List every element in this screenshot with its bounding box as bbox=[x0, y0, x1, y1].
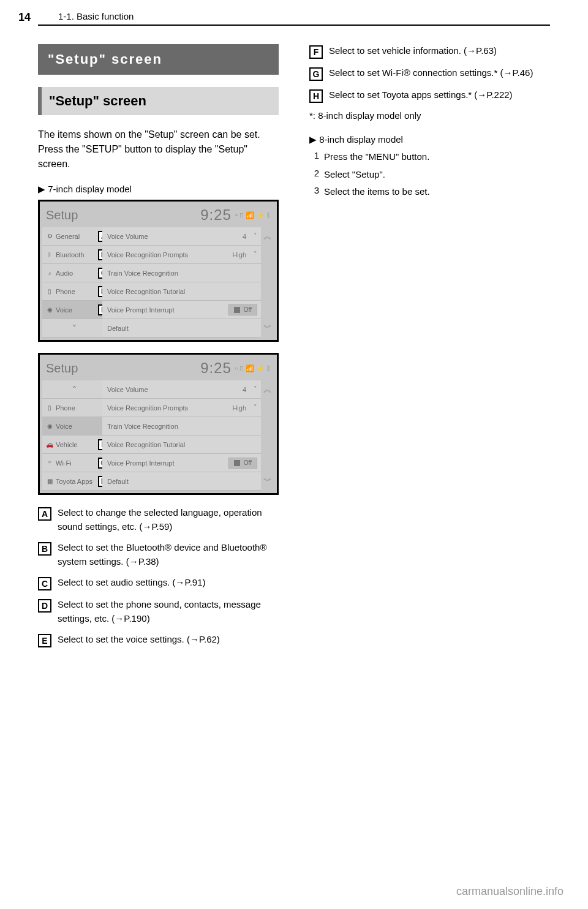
chevron-down-icon: ˅ bbox=[254, 251, 257, 258]
row-voice-prompts[interactable]: Voice Recognition PromptsHigh˅ bbox=[102, 399, 261, 417]
scroll-down-icon[interactable]: ︾ bbox=[263, 476, 272, 487]
step-3: 3Select the items to be set. bbox=[309, 185, 550, 199]
sidebar-item-bluetooth[interactable]: ᛒ Bluetooth B bbox=[42, 246, 102, 264]
wifi-icon: ⌔ bbox=[46, 459, 53, 466]
marker-box: C bbox=[38, 577, 51, 590]
sidebar-label: Voice bbox=[56, 306, 72, 314]
sidebar-label: Phone bbox=[56, 288, 75, 295]
top-rule bbox=[38, 25, 550, 26]
gear-icon: ⚙ bbox=[46, 233, 53, 240]
intro-text: The items shown on the "Setup" screen ca… bbox=[38, 127, 279, 172]
shot2-title: Setup bbox=[46, 361, 78, 375]
screenshot-1: Setup 9:25 ▫ ⎍ 📶 ⚡ ᛒ ⚙ General A bbox=[38, 200, 279, 342]
desc-text: Select to set the phone sound, contacts,… bbox=[58, 598, 279, 625]
sidebar-item-vehicle[interactable]: 🚗 Vehicle F bbox=[42, 436, 102, 454]
desc-text: Select to change the selected language, … bbox=[58, 506, 279, 534]
status-icons: ▫ ⎍ 📶 ⚡ ᛒ bbox=[235, 364, 271, 372]
scroll-up-icon[interactable]: ︽ bbox=[263, 384, 272, 395]
chevron-down-icon: ˅ bbox=[254, 385, 257, 393]
desc-text: Select to set the voice settings. (→P.62… bbox=[58, 633, 220, 647]
desc-G: GSelect to set Wi-Fi® connection setting… bbox=[309, 66, 550, 81]
row-voice-volume[interactable]: Voice Volume4˅ bbox=[102, 227, 261, 246]
status-icons: ▫ ⎍ 📶 ⚡ ᛒ bbox=[235, 211, 271, 219]
marker-box: E bbox=[38, 634, 51, 647]
voice-icon: ◉ bbox=[46, 306, 53, 313]
shot2-time: 9:25 bbox=[200, 360, 232, 377]
marker-box: G bbox=[309, 67, 323, 81]
sidebar-item-general[interactable]: ⚙ General A bbox=[42, 227, 102, 246]
sidebar-item-wifi[interactable]: ⌔ Wi-Fi G bbox=[42, 454, 102, 472]
sidebar-list: ˄ ▯ Phone ◉ Voice 🚗 Vehicle bbox=[42, 380, 102, 491]
chevron-down-icon: ˅ bbox=[72, 323, 77, 333]
desc-text: Select to set Toyota apps settings.* (→P… bbox=[329, 88, 513, 103]
row-default[interactable]: Default bbox=[102, 472, 261, 491]
sidebar-scroll-up[interactable]: ˄ bbox=[42, 380, 102, 399]
desc-D: DSelect to set the phone sound, contacts… bbox=[38, 598, 279, 625]
step-text: Select "Setup". bbox=[324, 168, 385, 182]
row-voice-tutorial[interactable]: Voice Recognition Tutorial bbox=[102, 282, 261, 301]
desc-B: BSelect to set the Bluetooth® device and… bbox=[38, 541, 279, 568]
scroll-up-icon[interactable]: ︽ bbox=[263, 231, 272, 242]
phone-icon: ▯ bbox=[46, 288, 53, 295]
step-text: Select the items to be set. bbox=[324, 185, 430, 199]
step-number: 2 bbox=[309, 168, 324, 182]
desc-C: CSelect to set audio settings. (→P.91) bbox=[38, 576, 279, 590]
marker-box: A bbox=[38, 507, 51, 521]
row-voice-volume[interactable]: Voice Volume4˅ bbox=[102, 380, 261, 399]
screenshot-2: Setup 9:25 ▫ ⎍ 📶 ⚡ ᛒ ˄ ▯ Phone bbox=[38, 353, 279, 495]
main-heading: "Setup" screen bbox=[38, 44, 279, 75]
desc-text: Select to set audio settings. (→P.91) bbox=[58, 576, 206, 590]
marker-box: D bbox=[38, 599, 51, 613]
step-2: 2Select "Setup". bbox=[309, 168, 550, 182]
sidebar-list: ⚙ General A ᛒ Bluetooth B ♪ Audio C bbox=[42, 227, 102, 338]
phone-icon: ▯ bbox=[46, 404, 53, 411]
marker-box: B bbox=[38, 542, 51, 556]
shot1-title: Setup bbox=[46, 208, 78, 222]
settings-list: Voice Volume4˅ Voice Recognition Prompts… bbox=[102, 227, 261, 338]
row-voice-prompts[interactable]: Voice Recognition PromptsHigh˅ bbox=[102, 246, 261, 264]
desc-H: HSelect to set Toyota apps settings.* (→… bbox=[309, 88, 550, 103]
row-train-voice[interactable]: Train Voice Recognition bbox=[102, 264, 261, 282]
sidebar-item-audio[interactable]: ♪ Audio C bbox=[42, 264, 102, 282]
sidebar-scroll-down[interactable]: ˅ bbox=[42, 319, 102, 338]
sidebar-item-toyota-apps[interactable]: ▦ Toyota Apps H bbox=[42, 472, 102, 491]
desc-E: ESelect to set the voice settings. (→P.6… bbox=[38, 633, 279, 647]
step-1: 1Press the "MENU" button. bbox=[309, 150, 550, 164]
caption-7inch: ▶ 7-inch display model bbox=[38, 184, 279, 195]
row-prompt-interrupt[interactable]: Voice Prompt InterruptOff bbox=[102, 454, 261, 472]
watermark: carmanualsonline.info bbox=[456, 885, 564, 898]
sidebar-item-phone[interactable]: ▯ Phone D bbox=[42, 282, 102, 301]
footnote: *: 8-inch display model only bbox=[309, 110, 550, 121]
apps-icon: ▦ bbox=[46, 478, 53, 485]
step-number: 3 bbox=[309, 185, 324, 199]
sidebar-item-voice[interactable]: ◉ Voice bbox=[42, 417, 102, 436]
row-train-voice[interactable]: Train Voice Recognition bbox=[102, 417, 261, 436]
caption-8inch: ▶ 8-inch display model bbox=[309, 134, 550, 145]
sidebar-item-voice[interactable]: ◉ Voice E bbox=[42, 301, 102, 319]
bluetooth-icon: ᛒ bbox=[46, 251, 53, 258]
chevron-down-icon: ˅ bbox=[254, 404, 257, 412]
row-default[interactable]: Default bbox=[102, 319, 261, 338]
page-number: 14 bbox=[18, 11, 31, 24]
page-header: 1-1. Basic function bbox=[58, 11, 134, 21]
marker-box: H bbox=[309, 89, 323, 103]
settings-list: Voice Volume4˅ Voice Recognition Prompts… bbox=[102, 380, 261, 491]
shot1-time: 9:25 bbox=[200, 206, 232, 224]
marker-box: F bbox=[309, 45, 323, 59]
sidebar-label: Toyota Apps bbox=[56, 478, 92, 485]
sidebar-label: Audio bbox=[56, 270, 73, 277]
music-note-icon: ♪ bbox=[46, 270, 53, 276]
desc-F: FSelect to set vehicle information. (→P.… bbox=[309, 44, 550, 59]
sidebar-label: General bbox=[56, 233, 80, 240]
row-prompt-interrupt[interactable]: Voice Prompt InterruptOff bbox=[102, 301, 261, 319]
desc-A: ASelect to change the selected language,… bbox=[38, 506, 279, 534]
sub-heading: "Setup" screen bbox=[38, 87, 279, 115]
scroll-down-icon[interactable]: ︾ bbox=[263, 323, 272, 334]
sidebar-label: Wi-Fi bbox=[56, 459, 72, 467]
toggle-off[interactable]: Off bbox=[228, 304, 257, 315]
desc-text: Select to set the Bluetooth® device and … bbox=[58, 541, 279, 568]
row-voice-tutorial[interactable]: Voice Recognition Tutorial bbox=[102, 436, 261, 454]
toggle-off[interactable]: Off bbox=[228, 458, 257, 469]
desc-text: Select to set Wi-Fi® connection settings… bbox=[329, 66, 533, 81]
sidebar-item-phone[interactable]: ▯ Phone bbox=[42, 399, 102, 417]
